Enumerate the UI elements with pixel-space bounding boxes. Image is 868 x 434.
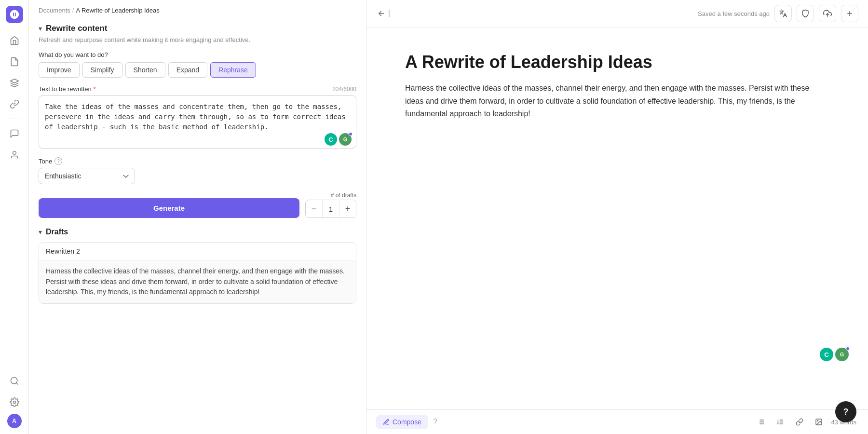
rewrite-textarea[interactable]: Take the ideas of the masses and concent… (39, 95, 356, 149)
svg-point-1 (13, 151, 16, 155)
sidebar-item-search[interactable] (5, 371, 24, 391)
sidebar: A (0, 0, 29, 434)
right-panel: Saved a few seconds ago + A Rewrite of L… (366, 0, 868, 434)
breadcrumb-parent[interactable]: Documents (39, 7, 70, 14)
saved-text: Saved a few seconds ago (698, 10, 770, 17)
breadcrumb-current: A Rewrite of Leadership Ideas (76, 7, 159, 14)
doc-content: A Rewrite of Leadership Ideas Harness th… (366, 27, 868, 409)
tone-help-icon[interactable]: ? (54, 157, 62, 165)
action-tabs: Improve Simplify Shorten Expand Rephrase (39, 62, 356, 78)
drafts-section: ▾ Drafts Rewritten 2 Harness the collect… (39, 228, 356, 304)
textarea-wrapper: Take the ideas of the masses and concent… (39, 95, 356, 150)
copyleaks-icon[interactable]: C (325, 133, 337, 146)
svg-point-2 (11, 378, 17, 384)
tab-shorten[interactable]: Shorten (125, 62, 165, 78)
toolbar-link-icon[interactable] (792, 415, 807, 429)
textarea-icons: C G (325, 133, 352, 146)
grammarly-icon[interactable]: G (339, 133, 352, 146)
upload-button[interactable] (819, 5, 836, 22)
svg-point-17 (817, 420, 818, 421)
document-body[interactable]: Harness the collective ideas of the mass… (405, 82, 829, 120)
toolbar-list-ordered-icon[interactable] (773, 415, 787, 429)
floating-badges: C G (820, 348, 849, 361)
textarea-label: Text to be rewritten * (39, 85, 96, 93)
sidebar-item-settings[interactable] (5, 393, 24, 412)
toolbar-image-icon[interactable] (812, 415, 826, 429)
compose-button[interactable]: Compose (376, 415, 428, 429)
app-logo[interactable] (6, 6, 23, 23)
tab-simplify[interactable]: Simplify (82, 62, 122, 78)
toolbar-help-icon[interactable]: ? (433, 418, 437, 426)
avatar[interactable]: A (7, 414, 22, 428)
svg-line-3 (16, 383, 18, 385)
toolbar-list-unordered-icon[interactable] (754, 415, 768, 429)
doc-grammarly-icon[interactable]: G (835, 348, 849, 361)
action-label: What do you want to do? (39, 51, 356, 58)
svg-point-4 (13, 401, 15, 404)
stepper-value: 1 (322, 200, 339, 217)
document-title: A Rewrite of Leadership Ideas (405, 52, 829, 72)
add-button[interactable]: + (841, 5, 858, 22)
section-header: ▾ Rewrite content (39, 19, 356, 36)
tone-label: Tone ? (39, 157, 356, 165)
sidebar-item-layers[interactable] (5, 73, 24, 93)
help-button[interactable]: ? (835, 401, 856, 422)
section-title: Rewrite content (46, 24, 108, 33)
tab-expand[interactable]: Expand (168, 62, 207, 78)
doc-toolbar: Compose ? 43 words (366, 409, 868, 434)
sidebar-item-documents[interactable] (5, 52, 24, 71)
back-button[interactable] (376, 6, 391, 21)
draft-card: Rewritten 2 Harness the collective ideas… (39, 242, 356, 304)
sidebar-item-integrations[interactable] (5, 95, 24, 114)
drafts-stepper: − 1 + (305, 200, 356, 218)
sidebar-item-home[interactable] (5, 31, 24, 50)
tone-section: Tone ? Enthusiastic Formal Casual Friend… (39, 157, 356, 184)
drafts-collapse-icon[interactable]: ▾ (39, 228, 42, 236)
breadcrumb: Documents / A Rewrite of Leadership Idea… (29, 0, 366, 19)
draft-card-title: Rewritten 2 (39, 243, 356, 260)
textarea-counter: 204/6000 (332, 86, 356, 93)
left-panel: Documents / A Rewrite of Leadership Idea… (29, 0, 366, 434)
tone-select[interactable]: Enthusiastic Formal Casual Friendly Prof… (39, 168, 135, 184)
panel-content: ▾ Rewrite content Refresh and repurpose … (29, 19, 366, 313)
section-desc: Refresh and repurpose content while maki… (39, 36, 356, 43)
stepper-increase[interactable]: + (339, 200, 356, 217)
sidebar-bottom: A (5, 371, 24, 428)
generate-button[interactable]: Generate (39, 198, 299, 218)
tab-improve[interactable]: Improve (39, 62, 80, 78)
sidebar-item-chat[interactable] (5, 124, 24, 143)
drafts-counter: # of drafts − 1 + (305, 192, 356, 218)
drafts-title: Drafts (46, 228, 68, 236)
stepper-decrease[interactable]: − (306, 200, 322, 217)
doc-grammarly-dot (846, 347, 850, 351)
collapse-icon[interactable]: ▾ (39, 25, 42, 32)
drafts-label: # of drafts (331, 192, 356, 199)
tab-rephrase[interactable]: Rephrase (210, 62, 256, 78)
doc-header: Saved a few seconds ago + (366, 0, 868, 27)
translate-button[interactable] (774, 5, 792, 22)
svg-marker-0 (10, 79, 18, 83)
breadcrumb-separator: / (72, 7, 74, 14)
sidebar-item-user[interactable] (5, 145, 24, 164)
drafts-header: ▾ Drafts (39, 228, 356, 236)
doc-copyleaks-icon[interactable]: C (820, 348, 833, 361)
grammarly-dot (349, 132, 353, 136)
sidebar-divider (7, 119, 22, 119)
draft-card-body: Harness the collective ideas of the mass… (39, 260, 356, 303)
shield-button[interactable] (797, 5, 814, 22)
